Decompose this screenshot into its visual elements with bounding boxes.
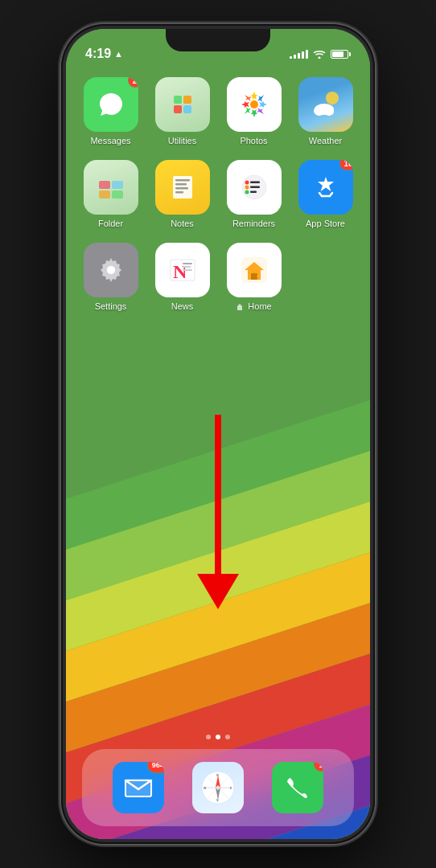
app-notes-label: Notes [171, 219, 194, 228]
app-appstore-label: App Store [306, 219, 345, 228]
phone-frame: 4:19 ▲ [61, 24, 375, 844]
app-notes[interactable]: Notes [154, 160, 211, 228]
svg-rect-2 [174, 105, 182, 113]
app-folder[interactable]: Folder [82, 160, 139, 228]
app-reminders-label: Reminders [232, 219, 275, 228]
app-news[interactable]: N News [154, 243, 211, 311]
svg-point-5 [326, 92, 339, 104]
svg-point-4 [250, 100, 258, 108]
svg-point-7 [314, 106, 325, 116]
svg-rect-31 [183, 266, 191, 268]
page-dot-2 [216, 735, 220, 739]
svg-rect-3 [183, 105, 191, 113]
svg-rect-10 [112, 181, 123, 189]
signal-icon [290, 49, 308, 59]
app-folder-label: Folder [98, 219, 123, 228]
app-grid: 2 Messages Utilities [82, 77, 354, 311]
app-home[interactable]: Home [225, 243, 282, 311]
svg-rect-24 [250, 191, 257, 194]
status-icons [290, 49, 351, 59]
svg-point-26 [107, 266, 115, 274]
dock-mail[interactable]: 964 [113, 762, 164, 813]
svg-rect-11 [99, 190, 110, 199]
phone-screen: 4:19 ▲ [66, 29, 370, 839]
app-messages[interactable]: 2 Messages [82, 77, 139, 145]
svg-rect-20 [250, 182, 260, 184]
svg-rect-22 [250, 186, 260, 189]
app-photos-label: Photos [240, 136, 267, 145]
app-news-label: News [171, 301, 194, 311]
svg-rect-36 [125, 779, 151, 796]
location-icon: ▲ [114, 49, 123, 59]
app-messages-label: Messages [90, 136, 130, 145]
app-photos[interactable]: Photos [225, 77, 282, 145]
arrow-indicator [197, 415, 239, 609]
app-settings[interactable]: Settings [82, 243, 139, 311]
svg-point-8 [324, 108, 334, 116]
svg-rect-16 [175, 187, 188, 190]
battery-icon [331, 50, 351, 59]
page-dots [66, 735, 370, 739]
appstore-badge: 10 [339, 160, 352, 170]
phone-badge: 1 [314, 762, 323, 772]
page-dot-1 [206, 735, 211, 739]
app-reminders[interactable]: Reminders [225, 160, 282, 228]
app-utilities-label: Utilities [168, 136, 196, 145]
status-time: 4:19 ▲ [85, 47, 123, 61]
messages-badge: 2 [128, 77, 138, 88]
svg-rect-1 [183, 96, 191, 104]
app-settings-label: Settings [95, 301, 127, 311]
wifi-icon [313, 49, 326, 59]
page-dot-3 [225, 735, 230, 739]
notch [166, 29, 270, 51]
svg-rect-17 [175, 191, 183, 194]
svg-rect-15 [175, 183, 187, 186]
dock-safari[interactable]: N S E W [192, 762, 244, 813]
svg-rect-32 [183, 269, 192, 271]
app-weather[interactable]: Weather [297, 77, 354, 145]
svg-rect-12 [112, 190, 123, 199]
app-weather-label: Weather [309, 136, 342, 145]
svg-rect-30 [183, 263, 192, 264]
svg-rect-0 [174, 96, 182, 104]
svg-rect-9 [99, 181, 110, 189]
svg-point-35 [257, 276, 258, 277]
svg-rect-34 [251, 273, 257, 280]
app-appstore[interactable]: 10 App Store [297, 160, 354, 228]
svg-point-19 [245, 181, 249, 185]
app-utilities[interactable]: Utilities [154, 77, 211, 145]
dock: 964 [82, 749, 354, 826]
svg-point-23 [245, 190, 249, 194]
dock-phone[interactable]: 1 [272, 762, 323, 813]
svg-rect-14 [175, 179, 190, 182]
app-home-label: Home [236, 301, 271, 311]
svg-point-21 [245, 186, 249, 190]
